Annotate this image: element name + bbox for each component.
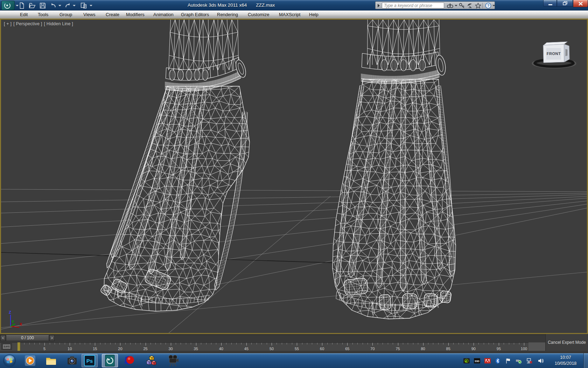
ruler-tick [297, 343, 297, 346]
ruler-tick-label: 85 [446, 347, 450, 351]
taskbar-modeling-app[interactable] [145, 354, 158, 367]
undo-button[interactable] [49, 2, 57, 9]
ruler-tick [246, 343, 247, 346]
taskbar-clock[interactable]: 10:0710/05/2018 [550, 355, 581, 367]
menu-create[interactable]: Create [106, 12, 119, 17]
mini-curve-editor-button[interactable] [1, 343, 12, 350]
taskbar-video-recorder[interactable] [167, 354, 179, 367]
viewport-menu-pov[interactable]: [ Perspective ] [13, 21, 42, 26]
ruler-tick-label: 20 [118, 347, 122, 351]
open-file-button[interactable] [28, 2, 36, 9]
application-menu-button[interactable] [1, 1, 15, 10]
menu-modifiers[interactable]: Modifiers [126, 12, 145, 17]
menu-customize[interactable]: Customize [248, 12, 269, 17]
taskbar-graphics-app[interactable] [123, 354, 136, 367]
perspective-viewport[interactable]: ZYX [ + ][ Perspective ][ Hidden Line ] … [0, 19, 588, 334]
menu-tools[interactable]: Tools [38, 12, 48, 17]
communication-center-icon[interactable] [467, 2, 474, 9]
menu-views[interactable]: Views [83, 12, 95, 17]
tray-bluetooth-icon[interactable] [495, 358, 501, 364]
ruler-tick [357, 343, 358, 345]
maximize-button[interactable] [557, 0, 573, 7]
ruler-tick [257, 343, 257, 345]
tray-usb-device-icon[interactable] [516, 358, 522, 364]
menu-help[interactable]: Help [309, 12, 318, 17]
show-desktop-button[interactable] [583, 353, 588, 368]
menu-animation[interactable]: Animation [153, 12, 174, 17]
menu-group[interactable]: Group [59, 12, 72, 17]
ruler-tick-label: 5 [43, 347, 46, 351]
taskbar-3dsmax[interactable] [104, 354, 116, 367]
tray-network-error-icon[interactable] [526, 358, 533, 364]
title-bar: Autodesk 3ds Max 2011 x64ZZZ.max ? [0, 0, 588, 11]
tray-nvidia-icon[interactable] [463, 358, 470, 364]
viewport-menu-shading[interactable]: [ Hidden Line ] [44, 21, 73, 26]
viewport-label[interactable]: [ + ][ Perspective ][ Hidden Line ] [4, 21, 75, 26]
svg-text:Y: Y [12, 320, 14, 324]
favorites-star-icon[interactable] [475, 2, 482, 9]
subscription-key-icon[interactable] [458, 2, 465, 9]
search-options-caret-icon[interactable] [455, 5, 457, 6]
search-binoculars-icon[interactable] [447, 2, 454, 9]
new-scene-button[interactable] [18, 2, 26, 9]
taskbar-file-explorer[interactable] [45, 354, 57, 367]
ruler-tick [100, 343, 100, 345]
ruler-tick [44, 343, 45, 346]
current-frame-marker[interactable] [18, 342, 20, 351]
ruler-tick [423, 343, 424, 346]
ruler-tick [226, 343, 226, 345]
ruler-tick [478, 343, 479, 345]
svg-text:?: ? [487, 4, 490, 8]
ruler-tick [186, 343, 186, 345]
close-button[interactable] [573, 0, 588, 7]
taskbar-windows-media-player[interactable] [24, 354, 36, 367]
ruler-tick [105, 343, 105, 345]
ruler-tick [85, 343, 85, 345]
toolbar-options-caret-icon[interactable] [90, 5, 92, 6]
taskbar-camera-app[interactable] [66, 354, 78, 367]
infocenter-search-input[interactable] [382, 2, 444, 8]
cancel-expert-mode-button[interactable]: Cancel Expert Mode [545, 334, 588, 351]
ruler-tick [388, 343, 388, 345]
next-frame-button[interactable]: > [49, 335, 55, 341]
timeline-ruler[interactable]: 0510152025303540455055606570758085909510… [0, 342, 545, 351]
svg-text:Z: Z [9, 310, 11, 314]
help-caret-icon[interactable] [492, 5, 495, 6]
ruler-tick [206, 343, 206, 345]
ruler-tick-label: 10 [68, 347, 72, 351]
time-slider-track[interactable] [0, 335, 545, 341]
ruler-tick [378, 343, 378, 345]
menu-rendering[interactable]: Rendering [217, 12, 238, 17]
ruler-tick [65, 343, 65, 345]
ruler-tick [287, 343, 287, 345]
redo-caret-icon[interactable] [73, 5, 76, 6]
help-icon[interactable]: ? [485, 2, 492, 9]
svg-text:SSD: SSD [475, 360, 479, 362]
menu-graph-editors[interactable]: Graph Editors [181, 12, 209, 17]
ruler-tick [95, 343, 95, 346]
tray-volume-icon[interactable] [538, 358, 544, 364]
minimize-button[interactable] [543, 0, 557, 7]
redo-button[interactable] [64, 2, 72, 9]
viewport-menu-general[interactable]: [ + ] [4, 21, 12, 26]
previous-frame-button[interactable]: < [0, 335, 6, 341]
ruler-tick [327, 343, 328, 345]
undo-caret-icon[interactable] [58, 5, 61, 6]
viewcube[interactable]: FRONT [525, 40, 584, 89]
taskbar-photoshop[interactable]: Ps [83, 354, 96, 367]
tray-ssd-icon[interactable]: SSD [474, 358, 480, 364]
ruler-tick [34, 343, 35, 345]
time-slider-handle[interactable]: 0 / 100 [6, 335, 49, 341]
ruler-tick [150, 343, 151, 345]
project-folder-button[interactable] [79, 2, 88, 9]
ruler-tick [236, 343, 237, 345]
save-file-button[interactable] [38, 2, 47, 9]
ruler-tick [342, 343, 343, 345]
start-button[interactable] [3, 354, 16, 367]
tray-action-center-icon[interactable] [505, 358, 511, 364]
tray-adobe-icon[interactable] [484, 358, 491, 364]
ruler-tick [393, 343, 393, 345]
menu-maxscript[interactable]: MAXScript [279, 12, 300, 17]
menu-edit[interactable]: Edit [20, 12, 28, 17]
infocenter-expand-icon[interactable] [378, 4, 380, 7]
